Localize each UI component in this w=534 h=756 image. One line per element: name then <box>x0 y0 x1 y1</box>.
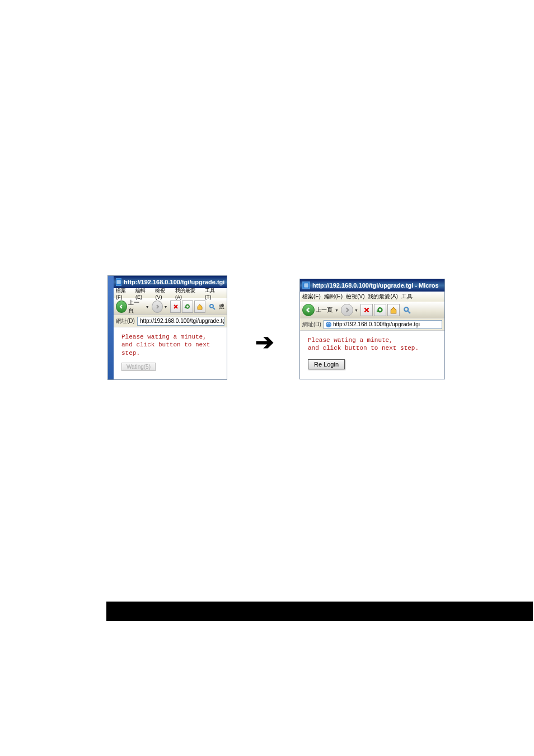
forward-dropdown-icon[interactable]: ▼ <box>164 305 168 309</box>
left-accent-bar <box>108 276 114 379</box>
address-label: 網址(D) <box>116 317 135 325</box>
waiting-button: Wating(5) <box>121 363 156 371</box>
address-input[interactable]: http://192.168.0.100/tgi/upgrade.tgi <box>324 320 442 329</box>
arrow-icon: ➔ <box>255 329 274 355</box>
forward-button[interactable] <box>341 304 353 316</box>
relogin-button[interactable]: Re Login <box>308 359 345 369</box>
back-dropdown-icon[interactable]: ▼ <box>146 305 149 309</box>
black-bar <box>106 602 533 621</box>
menu-tools[interactable]: 工具(T) <box>205 287 221 300</box>
menubar: 檔案(F) 編輯(E) 檢視(V) 我的最愛(A) 工具 <box>300 292 444 302</box>
forward-button[interactable] <box>152 300 163 313</box>
toolbar: 上一頁 ▼ ▼ 搜 <box>114 298 227 315</box>
menu-view[interactable]: 檢視(V) <box>155 287 171 300</box>
message-line-1: Please wating a minute, <box>121 334 207 340</box>
titlebar-text: http://192.168.0.100/tgi/upgrade.tgi - M… <box>124 279 227 285</box>
search-button[interactable] <box>207 300 218 313</box>
browser-window-left: http://192.168.0.100/tgi/upgrade.tgi - M… <box>107 275 227 380</box>
ie-page-icon <box>116 278 121 286</box>
titlebar: http://192.168.0.100/tgi/upgrade.tgi - M… <box>300 279 444 292</box>
svg-point-1 <box>210 304 213 308</box>
stop-button[interactable] <box>170 300 181 313</box>
message-line-1: Please wating a minute, <box>308 337 393 344</box>
menu-favorites[interactable]: 我的最愛(A) <box>175 287 202 300</box>
menu-file[interactable]: 檔案(F) <box>302 293 321 300</box>
toolbar: 上一頁 ▼ ▼ <box>300 302 444 318</box>
ie-icon <box>325 321 332 328</box>
back-label: 上一頁 <box>316 306 332 314</box>
back-button[interactable] <box>116 300 127 313</box>
menu-file[interactable]: 檔案(F) <box>116 287 132 300</box>
forward-dropdown-icon[interactable]: ▼ <box>354 308 358 312</box>
search-label: 搜 <box>219 303 224 311</box>
browser-window-right: http://192.168.0.100/tgi/upgrade.tgi - M… <box>299 279 445 379</box>
refresh-button[interactable] <box>182 300 193 313</box>
address-input[interactable]: http://192.168.0.100/tgi/upgrade.tgi <box>137 317 224 326</box>
message-line-2: and click button to next step. <box>308 345 419 351</box>
menu-view[interactable]: 檢視(V) <box>346 293 364 300</box>
search-button[interactable] <box>401 304 413 316</box>
menu-favorites[interactable]: 我的最愛(A) <box>368 293 397 300</box>
address-bar: 網址(D) http://192.168.0.100/tgi/upgrade.t… <box>300 318 444 331</box>
menu-tools[interactable]: 工具 <box>401 293 413 300</box>
page-content: Please wating a minute, and click button… <box>114 327 227 377</box>
address-url: http://192.168.0.100/tgi/upgrade.tgi <box>140 318 224 324</box>
titlebar-text: http://192.168.0.100/tgi/upgrade.tgi - M… <box>312 282 439 289</box>
refresh-button[interactable] <box>374 304 386 316</box>
address-bar: 網址(D) http://192.168.0.100/tgi/upgrade.t… <box>114 315 227 327</box>
page-content: Please wating a minute, and click button… <box>300 331 444 375</box>
address-url: http://192.168.0.100/tgi/upgrade.tgi <box>333 321 420 327</box>
address-label: 網址(D) <box>302 321 321 328</box>
back-label: 上一頁 <box>128 299 143 314</box>
back-dropdown-icon[interactable]: ▼ <box>335 308 339 312</box>
home-button[interactable] <box>387 304 400 316</box>
ie-page-icon <box>302 281 310 289</box>
stop-button[interactable] <box>360 304 373 316</box>
menubar: 檔案(F) 編輯(E) 檢視(V) 我的最愛(A) 工具(T) <box>114 288 227 298</box>
message-line-2: and click button to next step. <box>121 341 210 356</box>
svg-point-4 <box>404 307 408 311</box>
menu-edit[interactable]: 編輯(E) <box>324 293 343 300</box>
menu-edit[interactable]: 編輯(E) <box>135 287 152 300</box>
home-button[interactable] <box>194 300 205 313</box>
back-button[interactable] <box>302 304 315 316</box>
